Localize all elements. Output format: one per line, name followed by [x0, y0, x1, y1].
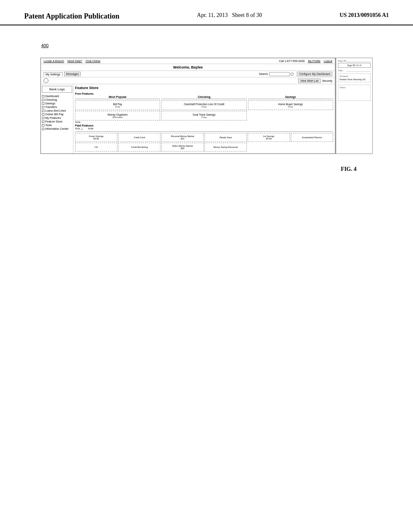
main-divider: [75, 131, 333, 132]
notes-label: Notes:: [340, 86, 369, 89]
sidebar-item-information-center[interactable]: Information Center: [42, 127, 72, 131]
chat-online-link[interactable]: Chat Online: [86, 60, 100, 62]
logout-link[interactable]: Logout: [324, 60, 332, 62]
bank-sidebar: Bank Logo Dashboard Checking: [41, 84, 73, 153]
publication-title: Patent Application Publication: [24, 12, 119, 21]
guaranteed-returns-card[interactable]: Guaranteed Returns: [291, 133, 333, 142]
sidebar-item-bill-pay[interactable]: Online Bill Pay: [42, 112, 72, 116]
scenario-area: Scenario: Feature Store Showing All: [338, 73, 371, 82]
free-features-label: Free Features: [75, 92, 333, 95]
bill-pay-checkbox[interactable]: [42, 113, 44, 116]
product-grid: Green Savings $4.99 Credit Card Personal…: [75, 133, 333, 152]
goal-track-name: Goal Track Savings: [193, 113, 215, 116]
select-money-market-card[interactable]: Select Money Market $50: [161, 143, 204, 152]
money-organizer-card[interactable]: Money Organizer $3/month: [75, 111, 160, 121]
personal-money-market-price: $10: [181, 137, 184, 140]
savings-header: Savings: [248, 96, 333, 99]
sidebar-item-my-features[interactable]: My Features: [42, 116, 72, 120]
sidebar-item-dashboard[interactable]: Dashboard: [42, 94, 72, 98]
my-profile-link[interactable]: My Profile: [308, 60, 320, 62]
money-organizer-price: $3/month: [113, 116, 123, 118]
mockup-diagram: Locate A Branch Need Help? Chat Online C…: [40, 58, 373, 154]
figure-caption: FIG. 4: [24, 162, 389, 172]
page-id-row: Page ID:: [338, 60, 371, 62]
dashboard-checkbox[interactable]: [42, 95, 44, 98]
most-popular-header: Most Popular: [75, 96, 160, 99]
feature-store-title: Feature Store: [75, 86, 333, 90]
goal-track-price: Free: [202, 116, 206, 118]
page-id-box: Page ID: 0.1.0: [338, 63, 371, 68]
home-buyer-price: Free: [288, 106, 293, 108]
green-savings-card[interactable]: Green Savings $4.99: [75, 133, 117, 142]
ui-mockup-main: Locate A Branch Need Help? Chat Online C…: [41, 58, 336, 154]
most-popular-column: Most Popular Bill Pay Free Money Organiz…: [75, 96, 160, 121]
bill-pay-card[interactable]: Bill Pay Free: [75, 100, 160, 110]
sidebar-item-savings[interactable]: Savings: [42, 102, 72, 105]
page-id-label: Page ID:: [338, 60, 346, 62]
tools-checkbox[interactable]: [42, 124, 44, 127]
savings-column: Savings Home Buyer Savings Free: [248, 96, 333, 121]
home-buyer-name: Home Buyer Savings: [278, 103, 303, 106]
title-row: Title:: [338, 69, 371, 72]
phone-number: Call 1-877-555-0000: [279, 60, 305, 62]
ref-410b: 410b: [88, 127, 93, 130]
overdraft-name: Overdraft Protection Line Of Credit: [184, 103, 224, 106]
main-content: 400 Locate A Branch Need Help? Chat Onli…: [0, 25, 413, 189]
view-wishlist-button[interactable]: View Wish List: [298, 79, 320, 83]
ref-410a: 410a: [75, 121, 80, 123]
my-settings-tab[interactable]: My Settings: [44, 72, 63, 76]
cd-card[interactable]: CD: [75, 143, 117, 152]
cd-name: CD: [95, 146, 98, 148]
green-savings-price: $4.99: [94, 137, 99, 140]
personal-money-market-card[interactable]: Personal Money Market $10: [161, 133, 204, 142]
checking-checkbox[interactable]: [42, 99, 44, 101]
page-id-value: [347, 60, 371, 62]
credit-monitoring-card[interactable]: Credit Monitoring: [118, 143, 161, 152]
ref-410c: 410c: [75, 127, 80, 130]
loans-checkbox[interactable]: [42, 110, 44, 112]
welcome-text: Welcome, Baylee: [173, 65, 202, 69]
search-input[interactable]: [269, 72, 290, 76]
checking-header: Checking: [161, 96, 246, 99]
configure-dashboard-button[interactable]: Configure My Dashboard: [297, 72, 332, 76]
home-buyer-card[interactable]: Home Buyer Savings Free: [248, 100, 333, 110]
page-header: Patent Application Publication Apr. 11, …: [0, 0, 413, 25]
steady-save-card[interactable]: Steady Save: [204, 133, 247, 142]
scenario-label: Scenario:: [340, 75, 369, 77]
transfers-checkbox[interactable]: [42, 106, 44, 108]
sidebar-item-feature-store[interactable]: Feature Store: [42, 120, 72, 123]
credit-card-card[interactable]: Credit Card: [118, 133, 161, 142]
overdraft-card[interactable]: Overdraft Protection Line Of Credit Free: [161, 100, 246, 110]
bill-pay-name: Bill Pay: [113, 103, 122, 106]
sheet-info: Apr. 11, 2013 Sheet 8 of 30: [197, 12, 262, 19]
goal-track-card[interactable]: Goal Track Savings Free: [161, 111, 246, 121]
feature-columns: Most Popular Bill Pay Free Money Organiz…: [75, 96, 333, 121]
sidebar-item-transfers[interactable]: Transfers: [42, 105, 72, 109]
figure-label: FIG. 4: [341, 166, 357, 172]
page-info-panel: Page ID: Page ID: 0.1.0 Title: Scenario:…: [336, 58, 372, 154]
title-label: Title:: [338, 69, 346, 72]
topnav-left: Locate A Branch Need Help? Chat Online: [44, 60, 100, 62]
sidebar-item-loans[interactable]: Loans And Lines: [42, 109, 72, 112]
checking-column: Checking Overdraft Protection Line Of Cr…: [161, 96, 246, 121]
ira-savings-card[interactable]: Ira Savings $4.99: [248, 133, 290, 142]
top-navigation: Locate A Branch Need Help? Chat Online C…: [41, 58, 335, 64]
feature-store-checkbox[interactable]: [42, 121, 44, 123]
ira-savings-price: $4.99: [266, 137, 272, 140]
locate-branch-link[interactable]: Locate A Branch: [44, 60, 64, 62]
my-features-checkbox[interactable]: [42, 117, 44, 119]
gear-icon[interactable]: [290, 73, 294, 76]
guaranteed-returns-name: Guaranteed Returns: [302, 136, 322, 139]
info-center-checkbox[interactable]: [42, 128, 44, 130]
sidebar-item-tools[interactable]: Tools: [42, 123, 72, 127]
search-area: Search:: [259, 72, 294, 76]
messages-tab[interactable]: Messages: [64, 72, 81, 76]
sidebar-item-checking[interactable]: Checking: [42, 98, 72, 102]
patent-number: US 2013/0091056 A1: [340, 12, 389, 19]
bank-main-panel: Feature Store Free Features Mos: [73, 84, 335, 153]
money-organizer-name: Money Organizer: [108, 113, 128, 116]
need-help-link[interactable]: Need Help?: [67, 60, 82, 62]
topnav-right: Call 1-877-555-0000 My Profile Logout: [279, 60, 332, 62]
savings-checkbox[interactable]: [42, 102, 44, 105]
money-saving-discounts-card[interactable]: Money Saving Discounts: [204, 143, 247, 152]
